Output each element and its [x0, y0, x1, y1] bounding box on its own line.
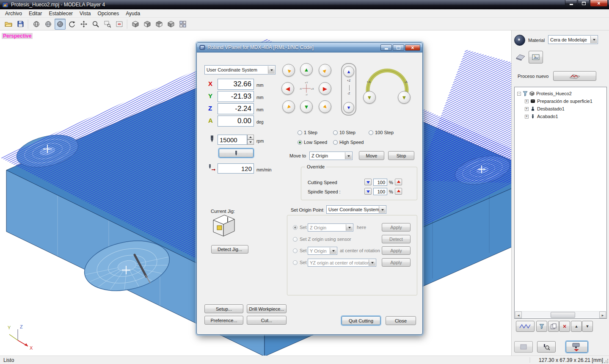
dialog-title-bar[interactable]: Roland VPanel for MDX-40A [RML-1/NC Code…	[197, 43, 422, 52]
step-10-radio[interactable]	[333, 130, 338, 135]
menu-opciones[interactable]: Opciones	[94, 10, 123, 17]
dialog-close-button[interactable]: ×	[405, 44, 420, 51]
jog-xminus-yminus-button[interactable]: ▼	[282, 100, 295, 113]
zoom-view-button[interactable]	[90, 19, 101, 30]
zoom-window-button[interactable]	[102, 19, 113, 30]
low-speed-radio[interactable]	[298, 140, 302, 145]
shaded-view-button[interactable]	[55, 19, 66, 30]
preview-simulation-button[interactable]	[514, 341, 533, 353]
feed-rate-input[interactable]: 120	[218, 163, 254, 174]
cutting-speed-up-button[interactable]	[395, 179, 402, 185]
spindle-start-stop-button[interactable]	[219, 149, 254, 157]
detect-button[interactable]: Detect	[382, 235, 411, 243]
hidden-line-view-button[interactable]	[43, 19, 54, 30]
pan-view-button[interactable]	[78, 19, 89, 30]
expand-toggle-icon[interactable]: +	[525, 115, 529, 119]
cutting-speed-down-button[interactable]	[364, 179, 372, 185]
jog-a-minus-button[interactable]: ▼	[398, 91, 411, 104]
rotate-view-button[interactable]	[66, 19, 77, 30]
cut-button[interactable]: Cut...	[247, 316, 287, 325]
delete-process-button[interactable]: ×	[559, 321, 570, 332]
jog-xplus-yminus-button[interactable]: ▼	[319, 100, 331, 113]
origin-system-dropdown[interactable]: User Coordinate System	[326, 205, 386, 214]
move-to-dropdown[interactable]: Z Origin	[309, 152, 353, 160]
spindle-override-up-button[interactable]	[395, 188, 402, 195]
jog-a-plus-button[interactable]: ▼	[363, 91, 376, 104]
step-100-radio[interactable]	[369, 130, 373, 135]
save-file-button[interactable]	[15, 19, 26, 30]
coordinate-system-dropdown[interactable]: User Coordinate System	[204, 65, 276, 74]
jog-z-minus-button[interactable]: ▼	[343, 102, 354, 113]
menu-vista[interactable]: Vista	[76, 10, 94, 17]
yz-center-dropdown[interactable]: YZ origin at center of rotation	[308, 259, 376, 267]
menu-establecer[interactable]: Establecer	[45, 10, 76, 17]
jog-x-minus-button[interactable]: ◀	[281, 82, 294, 95]
iso-view-button-4[interactable]	[165, 19, 176, 30]
expand-toggle-icon[interactable]: +	[525, 107, 529, 111]
create-toolpath-button[interactable]	[516, 321, 535, 332]
menu-editar[interactable]: Editar	[25, 10, 45, 17]
origin-axis-dropdown[interactable]: Z Origin	[308, 223, 353, 232]
iso-view-button-3[interactable]	[154, 19, 165, 30]
maximize-button[interactable]	[578, 0, 590, 7]
apply-center-button[interactable]: Apply	[382, 246, 411, 255]
menu-archivo[interactable]: Archivo	[2, 10, 25, 17]
scroll-left-button[interactable]: ◀	[515, 312, 522, 318]
iso-view-button-1[interactable]	[130, 19, 141, 30]
yz-center-radio[interactable]	[293, 260, 298, 265]
stop-button[interactable]: Stop	[388, 151, 414, 160]
move-process-down-button[interactable]: ▼	[582, 321, 593, 332]
material-dropdown[interactable]: Cera de Modelaje	[548, 35, 598, 44]
scrollbar-thumb[interactable]	[551, 312, 575, 318]
process-filter-button[interactable]	[536, 321, 547, 332]
wireframe-view-button[interactable]	[31, 19, 42, 30]
preference-button[interactable]: Preference...	[204, 316, 243, 325]
spindle-rpm-input[interactable]: 15000	[218, 135, 247, 145]
sensor-origin-radio[interactable]	[293, 237, 298, 242]
quad-view-button[interactable]	[177, 19, 188, 30]
center-rotation-radio[interactable]	[293, 248, 298, 253]
eraser-tool-button[interactable]	[513, 51, 528, 63]
minimize-button[interactable]	[565, 0, 577, 7]
copy-process-button[interactable]	[548, 321, 559, 332]
dialog-close-action-button[interactable]: Close	[386, 316, 416, 325]
drill-workpiece-button[interactable]: Drill Workpiece...	[247, 304, 287, 313]
tree-item-finishing[interactable]: + Acabado1	[515, 113, 606, 120]
inspect-toolpath-button[interactable]	[537, 341, 556, 353]
dialog-minimize-button[interactable]	[380, 44, 392, 51]
quit-cutting-button[interactable]: Quit Cutting	[342, 316, 380, 325]
workpiece-image-button[interactable]	[529, 51, 543, 63]
jog-x-plus-button[interactable]: ▶	[319, 82, 331, 95]
spindle-override-input[interactable]: 100	[373, 188, 387, 195]
spin-down-button[interactable]	[247, 140, 254, 145]
spin-up-button[interactable]	[247, 135, 254, 140]
collapse-toggle-icon[interactable]: -	[517, 92, 521, 96]
process-tree[interactable]: - Protesis_Hueco2 + Preparación de super…	[514, 87, 607, 319]
detect-jig-button[interactable]: Detect Jig...	[211, 245, 248, 254]
apply-origin-button[interactable]: Apply	[382, 223, 411, 232]
menu-ayuda[interactable]: Ayuda	[122, 10, 143, 17]
tree-horizontal-scrollbar[interactable]: ◀ ▶	[515, 311, 606, 318]
apply-yz-button[interactable]: Apply	[382, 258, 411, 267]
spindle-override-down-button[interactable]	[364, 188, 372, 195]
set-origin-here-radio[interactable]	[293, 225, 298, 230]
start-milling-button[interactable]	[566, 341, 588, 353]
jog-z-plus-button[interactable]: ▲	[343, 66, 354, 77]
tree-item-roughing[interactable]: + Desbastado1	[515, 105, 606, 113]
dialog-maximize-button[interactable]	[393, 44, 404, 51]
open-file-button[interactable]	[3, 19, 14, 30]
scroll-right-button[interactable]: ▶	[599, 312, 606, 318]
move-button[interactable]: Move	[359, 151, 384, 160]
high-speed-radio[interactable]	[333, 140, 338, 145]
center-axis-dropdown[interactable]: Y Origin	[308, 247, 337, 255]
setup-button[interactable]: Setup...	[204, 304, 243, 313]
tree-item-surfacing[interactable]: + Preparación de superficie1	[515, 97, 606, 105]
step-1-radio[interactable]	[298, 130, 302, 135]
new-process-button[interactable]	[553, 71, 596, 81]
title-bar[interactable]: Protesis_Hueco2.mpj - MODELA Player 4 ×	[0, 0, 609, 9]
material-render-button[interactable]	[514, 35, 525, 46]
jog-y-plus-button[interactable]: ▲	[300, 63, 313, 76]
jog-xplus-yplus-button[interactable]: ▲	[319, 64, 331, 77]
expand-toggle-icon[interactable]: +	[525, 99, 529, 103]
resize-grip[interactable]	[603, 358, 609, 364]
